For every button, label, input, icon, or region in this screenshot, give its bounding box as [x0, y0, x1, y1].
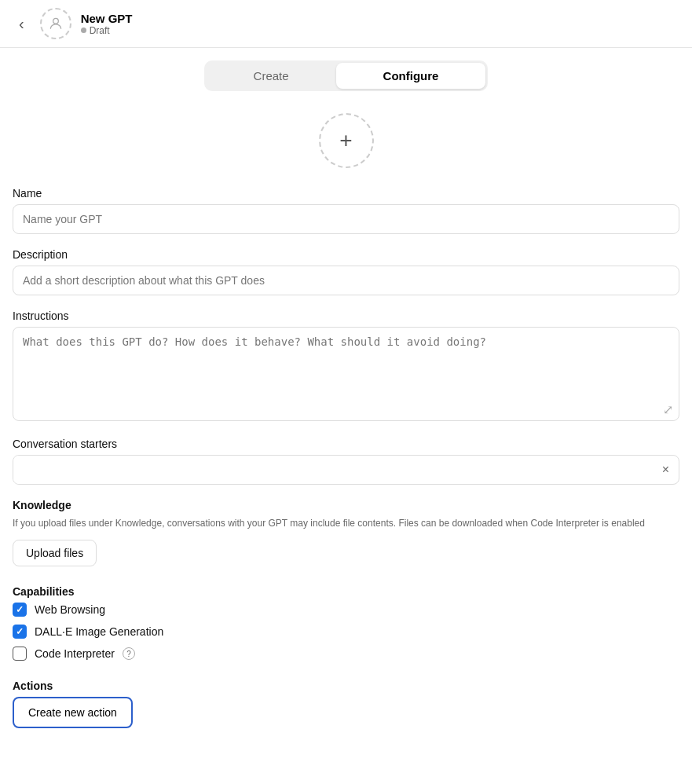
capabilities-label: Capabilities — [13, 585, 679, 598]
tab-configure[interactable]: Configure — [336, 63, 486, 89]
tab-group: Create Configure — [204, 60, 489, 91]
actions-section: Actions Create new action — [13, 680, 679, 728]
avatar-upload-section: + — [13, 97, 679, 187]
main-content: + Name Description Instructions ⤢ Conver… — [0, 97, 692, 747]
capability-item-web-browsing: Web Browsing — [13, 603, 679, 617]
upload-files-button[interactable]: Upload files — [13, 540, 97, 566]
description-field-group: Description — [13, 248, 679, 295]
code-interpreter-checkbox[interactable] — [13, 647, 27, 661]
status-dot — [81, 27, 86, 33]
capabilities-section: Capabilities Web Browsing DALL·E Image G… — [13, 585, 679, 661]
instructions-label: Instructions — [13, 310, 679, 322]
header-status: Draft — [81, 25, 133, 36]
conversation-starters-group: Conversation starters × — [13, 438, 679, 485]
code-interpreter-label: Code Interpreter — [35, 647, 115, 660]
starter-input-container: × — [13, 455, 679, 485]
name-label: Name — [13, 187, 679, 200]
header-avatar — [40, 8, 71, 39]
description-label: Description — [13, 248, 679, 261]
tab-bar: Create Configure — [0, 48, 692, 97]
header: ‹ New GPT Draft — [0, 0, 692, 48]
web-browsing-checkbox[interactable] — [13, 603, 27, 617]
create-new-action-button[interactable]: Create new action — [13, 697, 133, 728]
svg-point-0 — [53, 18, 58, 24]
name-field-group: Name — [13, 187, 679, 234]
back-button[interactable]: ‹ — [13, 12, 31, 36]
actions-label: Actions — [13, 680, 679, 692]
description-input[interactable] — [13, 266, 679, 295]
status-text: Draft — [90, 25, 110, 36]
instructions-textarea[interactable] — [13, 327, 679, 421]
code-interpreter-help-icon[interactable]: ? — [123, 647, 135, 660]
capability-item-code-interpreter: Code Interpreter ? — [13, 647, 679, 661]
header-info: New GPT Draft — [81, 12, 133, 36]
capability-item-dalle: DALL·E Image Generation — [13, 625, 679, 639]
name-input[interactable] — [13, 204, 679, 234]
tab-create[interactable]: Create — [207, 63, 336, 89]
starter-clear-button[interactable]: × — [653, 456, 679, 483]
knowledge-label: Knowledge — [13, 499, 679, 511]
knowledge-section: Knowledge If you upload files under Know… — [13, 499, 679, 566]
header-title: New GPT — [81, 12, 133, 25]
instructions-field-group: Instructions ⤢ — [13, 310, 679, 423]
dalle-checkbox[interactable] — [13, 625, 27, 639]
avatar-upload-button[interactable]: + — [319, 113, 374, 168]
conversation-starters-label: Conversation starters — [13, 438, 679, 450]
web-browsing-label: Web Browsing — [35, 603, 105, 616]
starter-input[interactable] — [13, 456, 653, 484]
instructions-textarea-container: ⤢ — [13, 327, 679, 423]
dalle-label: DALL·E Image Generation — [35, 625, 163, 638]
knowledge-description: If you upload files under Knowledge, con… — [13, 516, 679, 530]
